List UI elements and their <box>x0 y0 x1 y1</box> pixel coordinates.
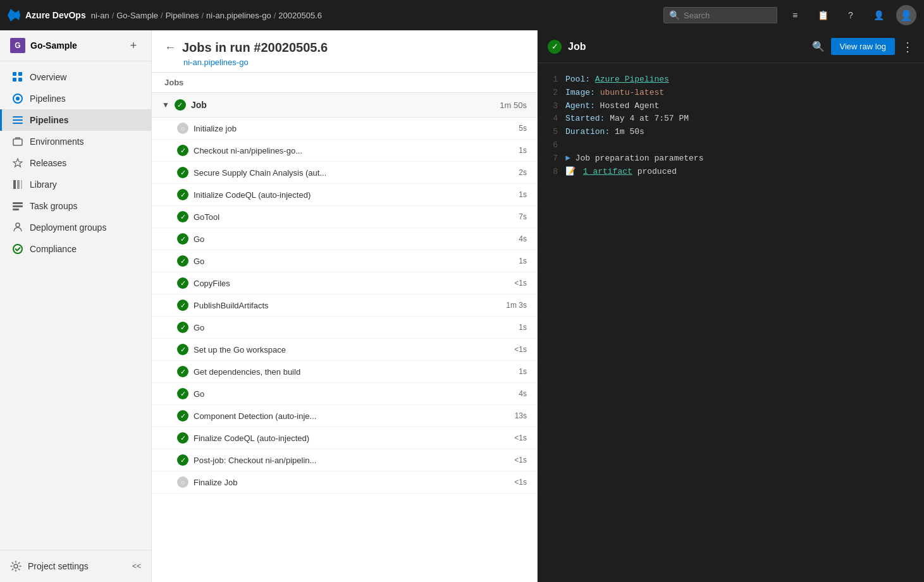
step-duration: <1s <box>514 456 527 464</box>
content-area: ← Jobs in run #20020505.6 ni-an.pipeline… <box>152 30 924 582</box>
step-duration: 7s <box>519 212 527 221</box>
step-name: CopyFiles <box>194 279 509 288</box>
job-item[interactable]: ✓ Checkout ni-an/pipelines-go... 1s <box>152 140 537 162</box>
job-item[interactable]: ✓ Go 4s <box>152 383 537 405</box>
job-group-header[interactable]: ▼ ✓ Job 1m 50s <box>152 93 537 118</box>
environments-icon <box>12 136 23 147</box>
log-line: 1 Pool: Azure Pipelines <box>548 73 914 87</box>
job-item[interactable]: ○ Finalize Job <1s <box>152 471 537 494</box>
svg-point-14 <box>13 245 22 253</box>
job-item[interactable]: ✓ Post-job: Checkout ni-an/pipelin... <1… <box>152 449 537 471</box>
job-group-name: Job <box>191 100 495 110</box>
jobs-title-row: ← Jobs in run #20020505.6 <box>164 40 524 55</box>
add-project-button[interactable]: + <box>126 38 141 53</box>
sidebar-item-task-groups[interactable]: Task groups <box>0 195 151 217</box>
search-icon: 🔍 <box>669 10 680 20</box>
sidebar-item-compliance[interactable]: Compliance <box>0 238 151 260</box>
collapse-sidebar-btn[interactable]: << <box>132 562 141 571</box>
svg-rect-1 <box>18 72 22 76</box>
sidebar-item-library[interactable]: Library <box>0 174 151 195</box>
sidebar-item-pipelines[interactable]: Pipelines <box>0 109 151 131</box>
job-item[interactable]: ✓ PublishBuildArtifacts 1m 3s <box>152 294 537 317</box>
help-icon-btn[interactable]: ? <box>841 5 861 25</box>
svg-rect-6 <box>13 139 22 145</box>
sidebar: G Go-Sample + Overview <box>0 30 152 582</box>
step-name: Post-job: Checkout ni-an/pipelin... <box>194 456 509 465</box>
job-item[interactable]: ○ Initialize job 5s <box>152 118 537 140</box>
job-item[interactable]: ✓ Set up the Go workspace <1s <box>152 339 537 361</box>
step-status-icon: ○ <box>177 123 188 134</box>
log-line-content: Started: May 4 at 7:57 PM <box>565 112 689 126</box>
clipboard-icon-btn[interactable]: 📋 <box>813 5 833 25</box>
job-item[interactable]: ✓ Finalize CodeQL (auto-injected) <1s <box>152 427 537 449</box>
step-duration: 1s <box>519 323 527 332</box>
job-item[interactable]: ✓ Go 1s <box>152 317 537 339</box>
breadcrumb-pipelines[interactable]: Pipelines <box>166 11 199 20</box>
log-search-button[interactable]: 🔍 <box>812 40 825 52</box>
breadcrumb-run[interactable]: 20020505.6 <box>278 11 322 20</box>
step-status-icon: ✓ <box>177 410 188 421</box>
step-status-icon: ✓ <box>177 366 188 377</box>
compliance-icon <box>12 243 23 255</box>
search-box[interactable]: 🔍 <box>663 7 777 23</box>
jobs-list: ▼ ✓ Job 1m 50s ○ Initialize job 5s ✓ Che… <box>152 93 537 582</box>
step-status-icon: ✓ <box>177 432 188 444</box>
log-line: 2 Image: ubuntu-latest <box>548 87 914 100</box>
pipelines-parent-icon <box>12 93 23 104</box>
view-raw-log-button[interactable]: View raw log <box>831 38 895 55</box>
step-duration: 13s <box>515 411 527 420</box>
sidebar-item-releases[interactable]: Releases <box>0 152 151 174</box>
step-duration: 5s <box>519 124 527 133</box>
step-name: Go <box>194 234 514 244</box>
job-item[interactable]: ✓ GoTool 7s <box>152 206 537 228</box>
step-name: Get dependencies, then build <box>194 367 514 377</box>
sidebar-item-pipelines-parent[interactable]: Pipelines <box>0 88 151 109</box>
project-title[interactable]: G Go-Sample <box>10 38 77 53</box>
breadcrumb-pipeline-name[interactable]: ni-an.pipelines-go <box>206 11 271 20</box>
log-line-content: Pool: Azure Pipelines <box>565 73 669 87</box>
svg-rect-0 <box>13 72 16 76</box>
expand-job-params[interactable]: ► <box>565 154 570 163</box>
log-line-content: ► Job preparation parameters <box>565 152 703 166</box>
step-status-icon: ✓ <box>177 300 188 311</box>
user-icon-btn[interactable]: 👤 <box>868 5 889 25</box>
back-button[interactable]: ← <box>164 41 176 54</box>
log-line: 4 Started: May 4 at 7:57 PM <box>548 112 914 126</box>
step-status-icon: ✓ <box>177 322 188 333</box>
job-item[interactable]: ✓ Get dependencies, then build 1s <box>152 361 537 383</box>
svg-rect-12 <box>13 209 19 210</box>
svg-rect-8 <box>17 180 20 189</box>
job-item[interactable]: ✓ Initialize CodeQL (auto-injected) 1s <box>152 184 537 206</box>
search-input[interactable] <box>684 11 772 20</box>
step-status-icon: ✓ <box>177 344 188 355</box>
breadcrumb: ni-an / Go-Sample / Pipelines / ni-an.pi… <box>91 11 658 20</box>
jobs-panel: ← Jobs in run #20020505.6 ni-an.pipeline… <box>152 30 538 582</box>
sidebar-item-environments[interactable]: Environments <box>0 131 151 152</box>
deployment-groups-icon <box>12 222 23 233</box>
job-item[interactable]: ✓ Go 1s <box>152 250 537 272</box>
breadcrumb-go-sample[interactable]: Go-Sample <box>116 11 158 20</box>
step-name: GoTool <box>194 212 514 222</box>
pipeline-subtitle[interactable]: ni-an.pipelines-go <box>183 58 524 67</box>
log-line-content: Duration: 1m 50s <box>565 126 644 139</box>
app-logo[interactable]: Azure DevOps <box>8 9 86 21</box>
main-layout: G Go-Sample + Overview <box>0 30 924 582</box>
step-name: Finalize Job <box>194 478 509 487</box>
list-icon-btn[interactable]: ≡ <box>785 5 805 25</box>
job-item[interactable]: ✓ Secure Supply Chain Analysis (aut... 2… <box>152 162 537 184</box>
step-duration: <1s <box>514 279 527 288</box>
step-name: Initialize CodeQL (auto-injected) <box>194 190 514 200</box>
job-item[interactable]: ✓ Component Detection (auto-inje... 13s <box>152 405 537 427</box>
job-item[interactable]: ✓ CopyFiles <1s <box>152 272 537 294</box>
log-line-number: 2 <box>548 87 558 100</box>
avatar[interactable]: 👤 <box>896 5 916 25</box>
sidebar-item-deployment-groups[interactable]: Deployment groups <box>0 217 151 238</box>
project-settings-item[interactable]: Project settings << <box>10 555 141 577</box>
job-item[interactable]: ✓ Go 4s <box>152 228 537 250</box>
sidebar-item-overview[interactable]: Overview <box>0 66 151 88</box>
artifact-link[interactable]: 1 artifact <box>583 167 632 176</box>
breadcrumb-ni-an[interactable]: ni-an <box>91 11 109 20</box>
azure-pipelines-link[interactable]: Azure Pipelines <box>595 75 669 84</box>
log-line: 3 Agent: Hosted Agent <box>548 100 914 113</box>
log-more-button[interactable]: ⋮ <box>901 39 914 54</box>
